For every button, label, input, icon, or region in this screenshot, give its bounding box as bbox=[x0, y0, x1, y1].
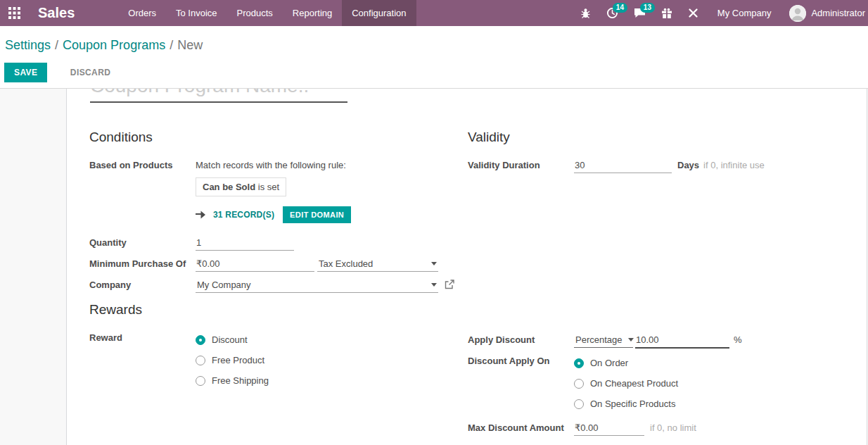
debug-button[interactable] bbox=[573, 0, 599, 26]
top-navbar: Sales Orders To Invoice Products Reporti… bbox=[0, 0, 868, 26]
max-discount-input[interactable] bbox=[574, 420, 644, 436]
radio-icon bbox=[574, 399, 584, 409]
validity-section: Validity Validity Duration Days if 0, in… bbox=[468, 130, 862, 178]
gift-icon bbox=[661, 8, 672, 19]
radio-icon bbox=[196, 356, 205, 365]
activities-button[interactable]: 14 bbox=[599, 0, 626, 26]
breadcrumb-settings[interactable]: Settings bbox=[5, 38, 51, 52]
radio-selected-icon bbox=[574, 358, 584, 368]
breadcrumb-separator: / bbox=[165, 38, 177, 52]
control-panel: Settings/Coupon Programs/New SAVE DISCAR… bbox=[0, 26, 868, 88]
conditions-heading: Conditions bbox=[89, 130, 465, 145]
breadcrumb: Settings/Coupon Programs/New bbox=[5, 38, 864, 53]
rule-operator: is set bbox=[255, 182, 279, 192]
breadcrumb-coupon-programs[interactable]: Coupon Programs bbox=[63, 38, 165, 52]
company-label: Company bbox=[89, 277, 196, 290]
apply-on-option-label: On Order bbox=[590, 358, 628, 368]
reward-option-label: Discount bbox=[212, 334, 248, 345]
validity-duration-input[interactable] bbox=[574, 157, 672, 173]
validity-duration-row: Validity Duration Days if 0, infinite us… bbox=[468, 157, 862, 174]
records-count-link[interactable]: 31 RECORD(S) bbox=[213, 210, 274, 220]
min-purchase-label: Minimum Purchase Of bbox=[89, 256, 196, 269]
menu-products[interactable]: Products bbox=[227, 0, 283, 26]
apply-on-option-cheapest[interactable]: On Cheapest Product bbox=[574, 373, 678, 394]
discount-value-input[interactable] bbox=[635, 332, 729, 349]
user-menu[interactable]: Administrator bbox=[782, 0, 868, 26]
min-purchase-input[interactable] bbox=[196, 256, 314, 272]
discount-type-select[interactable]: Percentage bbox=[574, 332, 633, 348]
radio-icon bbox=[574, 379, 584, 389]
max-discount-row: Max Discount Amount if 0, no limit bbox=[468, 420, 862, 437]
tax-mode-value: Tax Excluded bbox=[319, 258, 373, 269]
company-row: Company My Company bbox=[89, 277, 465, 294]
apply-on-option-specific[interactable]: On Specific Products bbox=[574, 394, 678, 414]
radio-selected-icon bbox=[196, 335, 205, 345]
reward-option-label: Free Shipping bbox=[212, 375, 269, 386]
rewards-heading: Rewards bbox=[89, 302, 465, 318]
validity-heading: Validity bbox=[468, 130, 862, 145]
apply-on-radio-group: On Order On Cheapest Product On Specific… bbox=[574, 353, 678, 414]
menu-to-invoice[interactable]: To Invoice bbox=[166, 0, 227, 26]
quantity-label: Quantity bbox=[89, 234, 196, 248]
company-select[interactable]: My Company bbox=[196, 277, 438, 293]
quantity-input[interactable] bbox=[196, 234, 294, 251]
reward-label: Reward bbox=[89, 330, 196, 343]
domain-records-row: 31 RECORD(S) EDIT DOMAIN bbox=[196, 206, 351, 223]
chevron-down-icon bbox=[431, 283, 437, 287]
reward-row: Reward Discount Free Product Free Shippi… bbox=[89, 330, 465, 391]
reward-option-label: Free Product bbox=[212, 355, 264, 365]
domain-rule-chip[interactable]: Can be Sold is set bbox=[196, 177, 286, 196]
max-discount-hint: if 0, no limit bbox=[650, 420, 696, 433]
discount-type-value: Percentage bbox=[575, 334, 623, 345]
validity-duration-label: Validity Duration bbox=[468, 157, 574, 170]
apply-discount-label: Apply Discount bbox=[468, 332, 574, 345]
menu-reporting[interactable]: Reporting bbox=[283, 0, 342, 26]
rule-field-name: Can be Sold bbox=[203, 182, 255, 192]
apply-on-option-label: On Cheapest Product bbox=[590, 378, 678, 389]
based-on-products-label: Based on Products bbox=[89, 157, 196, 170]
discard-button[interactable]: DISCARD bbox=[60, 63, 120, 82]
quantity-row: Quantity bbox=[89, 234, 465, 251]
reward-option-discount[interactable]: Discount bbox=[196, 330, 269, 350]
company-open-record-button[interactable] bbox=[445, 280, 454, 292]
app-title[interactable]: Sales bbox=[38, 5, 75, 21]
discount-apply-on-label: Discount Apply On bbox=[468, 353, 574, 366]
min-purchase-row: Minimum Purchase Of Tax Excluded bbox=[89, 256, 465, 272]
domain-widget: Match records with the following rule: C… bbox=[196, 157, 351, 230]
bug-icon bbox=[580, 8, 591, 19]
based-on-products-row: Based on Products Match records with the… bbox=[89, 157, 465, 230]
tools-icon bbox=[688, 8, 698, 18]
duration-hint: if 0, infinite use bbox=[703, 157, 765, 170]
save-button[interactable]: SAVE bbox=[4, 63, 47, 82]
reward-option-free-product[interactable]: Free Product bbox=[196, 350, 269, 370]
apps-menu-button[interactable] bbox=[0, 0, 28, 26]
form-sheet: Conditions Based on Products Match recor… bbox=[66, 89, 867, 445]
messages-button[interactable]: 13 bbox=[626, 0, 653, 26]
gift-button[interactable] bbox=[653, 0, 680, 26]
rule-intro-text: Match records with the following rule: bbox=[196, 157, 351, 170]
program-name-input[interactable] bbox=[90, 89, 347, 103]
reward-option-free-shipping[interactable]: Free Shipping bbox=[196, 370, 269, 391]
radio-icon bbox=[196, 376, 205, 386]
arrow-right-icon bbox=[196, 211, 206, 219]
duration-unit: Days bbox=[677, 157, 699, 170]
discount-apply-on-row: Discount Apply On On Order On Cheapest P… bbox=[468, 353, 862, 414]
conditions-section: Conditions Based on Products Match recor… bbox=[89, 130, 465, 298]
apply-discount-row: Apply Discount Percentage % bbox=[468, 332, 862, 349]
tools-button[interactable] bbox=[680, 0, 706, 26]
discount-unit: % bbox=[734, 332, 742, 345]
main-menu: Orders To Invoice Products Reporting Con… bbox=[118, 0, 416, 26]
company-switcher[interactable]: My Company bbox=[706, 8, 783, 18]
apply-on-option-on-order[interactable]: On Order bbox=[574, 353, 678, 373]
topbar-systray: 14 13 bbox=[573, 0, 868, 26]
tax-mode-select[interactable]: Tax Excluded bbox=[317, 256, 438, 272]
form-view-background: Conditions Based on Products Match recor… bbox=[0, 88, 868, 445]
menu-configuration[interactable]: Configuration bbox=[342, 0, 416, 26]
chevron-down-icon bbox=[628, 338, 634, 341]
rewards-detail-section: Apply Discount Percentage % Discount App… bbox=[468, 332, 862, 441]
external-link-icon bbox=[445, 280, 454, 289]
chevron-down-icon bbox=[431, 262, 437, 265]
menu-orders[interactable]: Orders bbox=[118, 0, 166, 26]
edit-domain-button[interactable]: EDIT DOMAIN bbox=[283, 206, 351, 223]
user-name: Administrator bbox=[811, 8, 865, 18]
